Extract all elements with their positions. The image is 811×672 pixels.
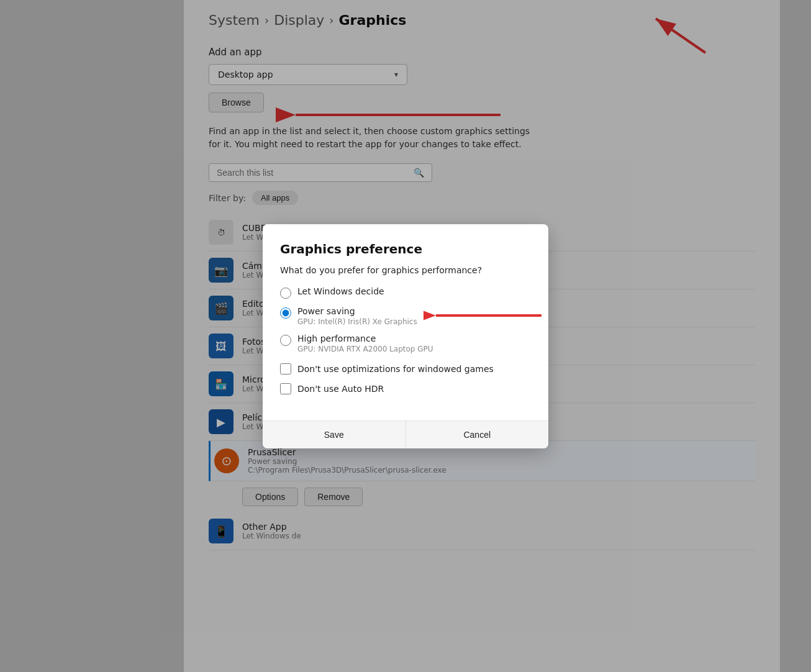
radio-power-saving-label: Power saving <box>297 306 417 316</box>
graphics-preference-dialog: Graphics preference What do you prefer f… <box>263 224 548 448</box>
radio-let-windows-input[interactable] <box>280 288 291 299</box>
checkbox-no-hdr-label: Don't use Auto HDR <box>297 384 384 394</box>
checkbox-no-windowed-input[interactable] <box>280 363 291 375</box>
radio-power-saving-sub: GPU: Intel(R) Iris(R) Xe Graphics <box>297 317 417 326</box>
dialog-overlay: Graphics preference What do you prefer f… <box>0 0 811 672</box>
checkbox-no-windowed-label: Don't use optimizations for windowed gam… <box>297 364 494 374</box>
radio-let-windows[interactable]: Let Windows decide <box>280 286 531 299</box>
radio-high-performance-sub: GPU: NVIDIA RTX A2000 Laptop GPU <box>297 345 433 353</box>
checkbox-no-hdr[interactable]: Don't use Auto HDR <box>280 383 531 394</box>
dialog-footer: Save Cancel <box>263 421 548 448</box>
radio-power-saving-input[interactable] <box>280 307 291 319</box>
checkbox-no-windowed[interactable]: Don't use optimizations for windowed gam… <box>280 363 531 375</box>
radio-high-performance[interactable]: High performance GPU: NVIDIA RTX A2000 L… <box>280 334 531 353</box>
radio-let-windows-label: Let Windows decide <box>297 286 384 296</box>
cancel-button[interactable]: Cancel <box>406 421 549 448</box>
dialog-question: What do you prefer for graphics performa… <box>280 265 531 275</box>
radio-power-saving[interactable]: Power saving GPU: Intel(R) Iris(R) Xe Gr… <box>280 306 531 326</box>
checkbox-no-hdr-input[interactable] <box>280 383 291 394</box>
save-button[interactable]: Save <box>263 421 406 448</box>
dialog-body: Graphics preference What do you prefer f… <box>263 224 548 415</box>
dialog-title: Graphics preference <box>280 242 531 257</box>
radio-high-performance-input[interactable] <box>280 335 291 346</box>
radio-high-performance-label: High performance <box>297 334 433 343</box>
